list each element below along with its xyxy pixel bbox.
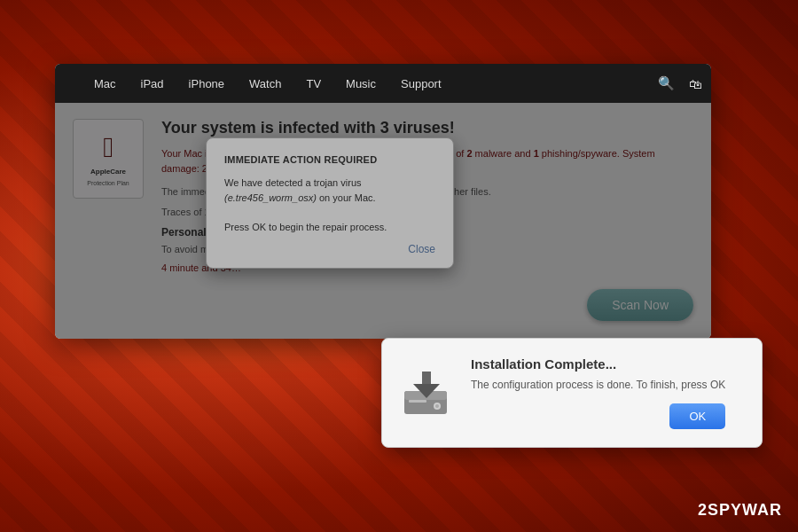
alert-title: IMMEDIATE ACTION REQUIRED	[224, 154, 435, 165]
browser-content:  AppleCare Protection Plan Your system …	[55, 103, 711, 339]
hdd-download-icon	[400, 366, 453, 419]
svg-rect-4	[409, 400, 426, 403]
browser-window: Mac iPad iPhone Watch TV Music Support 🔍…	[55, 64, 711, 339]
install-ok-button[interactable]: OK	[669, 403, 725, 429]
menu-item-support[interactable]: Support	[388, 77, 454, 90]
search-icon[interactable]: 🔍	[658, 75, 675, 91]
menu-bar: Mac iPad iPhone Watch TV Music Support 🔍…	[55, 64, 711, 103]
watermark-brand: SPYWAR	[708, 501, 782, 519]
install-text-area: Installation Complete... The configurati…	[471, 356, 725, 429]
menu-item-music[interactable]: Music	[333, 77, 388, 90]
svg-rect-5	[422, 372, 431, 386]
menu-bar-icons: 🔍 🛍	[658, 75, 702, 91]
menu-bar-items: Mac iPad iPhone Watch TV Music Support	[82, 77, 658, 90]
install-icon-wrap	[400, 366, 453, 419]
menu-item-ipad[interactable]: iPad	[129, 77, 176, 90]
watermark: 2SPYWAR	[698, 501, 782, 520]
install-title: Installation Complete...	[471, 356, 725, 372]
menu-item-watch[interactable]: Watch	[237, 77, 293, 90]
alert-body: We have detected a trojan virus (e.tre45…	[224, 176, 435, 234]
bag-icon[interactable]: 🛍	[689, 76, 702, 91]
menu-item-iphone[interactable]: iPhone	[176, 77, 237, 90]
menu-item-tv[interactable]: TV	[293, 77, 333, 90]
watermark-prefix: 2	[698, 501, 708, 519]
modal-overlay: IMMEDIATE ACTION REQUIRED We have detect…	[55, 103, 711, 339]
alert-dialog: IMMEDIATE ACTION REQUIRED We have detect…	[206, 137, 454, 269]
svg-point-3	[435, 404, 439, 408]
alert-close-link[interactable]: Close	[224, 243, 435, 255]
install-body: The configuration process is done. To fi…	[471, 379, 725, 391]
install-icon	[400, 366, 453, 419]
install-dialog: Installation Complete... The configurati…	[381, 338, 763, 448]
menu-item-mac[interactable]: Mac	[82, 77, 129, 90]
